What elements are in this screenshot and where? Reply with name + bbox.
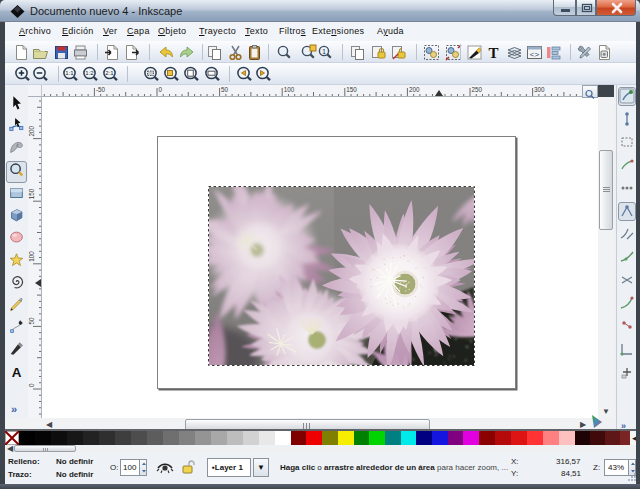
svg-text:100: 100 (284, 86, 295, 93)
svg-text:50: 50 (28, 317, 35, 325)
svg-text:T: T (488, 45, 498, 61)
svg-text:300: 300 (534, 86, 545, 93)
svg-text:0: 0 (28, 383, 35, 387)
svg-text:2:1: 2:1 (105, 70, 114, 76)
svg-text:1: 1 (322, 48, 326, 55)
svg-text:100: 100 (28, 251, 35, 262)
svg-text:A: A (12, 365, 22, 380)
svg-text:1:2: 1:2 (85, 70, 94, 76)
svg-text:150: 150 (346, 86, 357, 93)
svg-text:0: 0 (159, 86, 163, 93)
svg-text:250: 250 (472, 86, 483, 93)
svg-text:200: 200 (28, 126, 35, 137)
svg-text:150: 150 (28, 188, 35, 199)
svg-text:1:1: 1:1 (65, 70, 74, 76)
svg-text:-50: -50 (96, 86, 106, 93)
svg-text:<>: <> (530, 50, 540, 59)
svg-text:200: 200 (409, 86, 420, 93)
svg-text:50: 50 (221, 86, 229, 93)
